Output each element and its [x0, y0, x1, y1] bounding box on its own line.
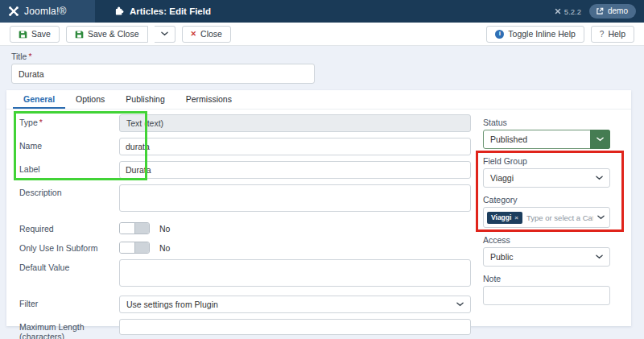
save-icon — [75, 30, 84, 39]
label-row: Label — [19, 161, 471, 179]
type-row: Type* Text (text) — [19, 114, 471, 132]
subform-label: Only Use In Subform — [19, 240, 119, 253]
default-value-textarea[interactable] — [119, 259, 471, 287]
chevron-down-icon — [596, 176, 603, 180]
status-chevron-icon — [590, 130, 610, 149]
subform-toggle[interactable] — [119, 242, 150, 254]
title-label: Title* — [11, 52, 32, 61]
name-label: Name — [19, 138, 119, 151]
title-zone: Title* — [0, 46, 644, 90]
joomla-version-icon — [555, 8, 561, 14]
required-toggle-state: No — [159, 224, 170, 234]
save-options-dropdown-toggle[interactable] — [155, 26, 175, 43]
header-right: 5.2.2 demo — [555, 4, 644, 19]
joomla-logo-area[interactable]: Joomla!® — [0, 0, 95, 23]
joomla-version: 5.2.2 — [555, 7, 581, 16]
status-group: Status Published — [483, 118, 610, 149]
category-tag-viaggi[interactable]: Viaggi × — [487, 212, 522, 224]
type-label: Type* — [19, 114, 119, 127]
max-length-row: Maximum Length (characters) — [19, 319, 471, 339]
info-icon: i — [495, 30, 504, 39]
max-length-label: Maximum Length (characters) — [19, 319, 119, 339]
toolbar: Save Save & Close ✕ Close i Toggle Inlin… — [0, 23, 644, 46]
description-label: Description — [19, 184, 119, 197]
joomla-logo-icon — [8, 6, 19, 17]
page-title: Articles: Edit Field — [130, 6, 211, 16]
required-label: Required — [19, 221, 119, 234]
tab-options[interactable]: Options — [65, 90, 115, 109]
admin-header: Joomla!® Articles: Edit Field 5.2.2 — [0, 0, 644, 23]
puzzle-icon — [114, 6, 124, 16]
category-placeholder: Type or select a Category — [526, 213, 593, 222]
name-row: Name — [19, 138, 471, 155]
note-input[interactable] — [483, 286, 610, 305]
tab-bar: General Options Publishing Permissions — [6, 90, 631, 110]
field-group-select[interactable]: Viaggi — [483, 168, 610, 188]
toggle-inline-help-button[interactable]: i Toggle Inline Help — [486, 26, 584, 43]
chevron-down-icon — [456, 302, 464, 307]
field-group-label: Field Group — [483, 156, 610, 166]
required-toggle[interactable] — [119, 222, 150, 234]
tab-general[interactable]: General — [13, 90, 65, 109]
name-input[interactable] — [119, 138, 471, 155]
toolbar-right: i Toggle Inline Help ? Help — [486, 26, 634, 43]
brand-text: Joomla!® — [24, 6, 66, 17]
demo-button[interactable]: demo — [589, 4, 636, 19]
category-group: Category Viaggi × Type or select a Categ… — [483, 195, 610, 228]
default-value-label: Default Value — [19, 259, 119, 272]
label-label: Label — [19, 161, 119, 174]
chevron-down-icon — [161, 31, 168, 36]
content-card: General Options Publishing Permissions T… — [6, 90, 631, 326]
note-group: Note — [483, 274, 610, 305]
access-group: Access Public — [483, 235, 610, 267]
save-button[interactable]: Save — [10, 26, 60, 43]
type-select[interactable]: Text (text) — [119, 114, 471, 132]
chevron-down-icon — [597, 215, 605, 220]
label-input[interactable] — [119, 161, 471, 179]
description-row: Description — [19, 184, 471, 215]
status-label: Status — [483, 118, 610, 127]
save-close-button-group: Save & Close — [66, 26, 175, 43]
filter-row: Filter Use settings from Plugin — [19, 296, 471, 313]
category-label: Category — [483, 195, 610, 205]
field-form: Type* Text (text) Name Label Description — [19, 114, 471, 339]
external-link-icon — [596, 7, 604, 15]
required-row: Required No — [19, 221, 471, 234]
status-select[interactable]: Published — [483, 130, 610, 149]
field-group-group: Field Group Viaggi — [483, 156, 610, 188]
max-length-input[interactable] — [119, 319, 471, 335]
access-label: Access — [483, 235, 610, 245]
sidebar-form: Status Published Field Group Viaggi Cate… — [483, 118, 610, 312]
tab-publishing[interactable]: Publishing — [115, 90, 175, 109]
close-button[interactable]: ✕ Close — [182, 26, 231, 43]
subform-row: Only Use In Subform No — [19, 240, 471, 254]
tag-remove-icon[interactable]: × — [514, 214, 518, 221]
save-icon — [19, 30, 27, 39]
default-value-row: Default Value — [19, 259, 471, 290]
help-button[interactable]: ? Help — [591, 26, 634, 43]
filter-select[interactable]: Use settings from Plugin — [119, 296, 471, 313]
required-asterisk: * — [39, 118, 43, 127]
required-asterisk: * — [28, 52, 31, 61]
note-label: Note — [483, 274, 610, 283]
chevron-down-icon — [596, 254, 603, 259]
question-icon: ? — [600, 30, 605, 39]
subform-toggle-state: No — [159, 243, 170, 253]
filter-label: Filter — [19, 296, 119, 308]
tab-permissions[interactable]: Permissions — [175, 90, 242, 109]
title-input[interactable] — [11, 64, 315, 84]
category-select[interactable]: Viaggi × Type or select a Category — [483, 207, 610, 228]
close-icon: ✕ — [191, 30, 197, 38]
description-textarea[interactable] — [119, 184, 471, 212]
save-and-close-button[interactable]: Save & Close — [66, 26, 148, 43]
page-heading: Articles: Edit Field — [114, 6, 211, 16]
access-select[interactable]: Public — [483, 247, 610, 267]
